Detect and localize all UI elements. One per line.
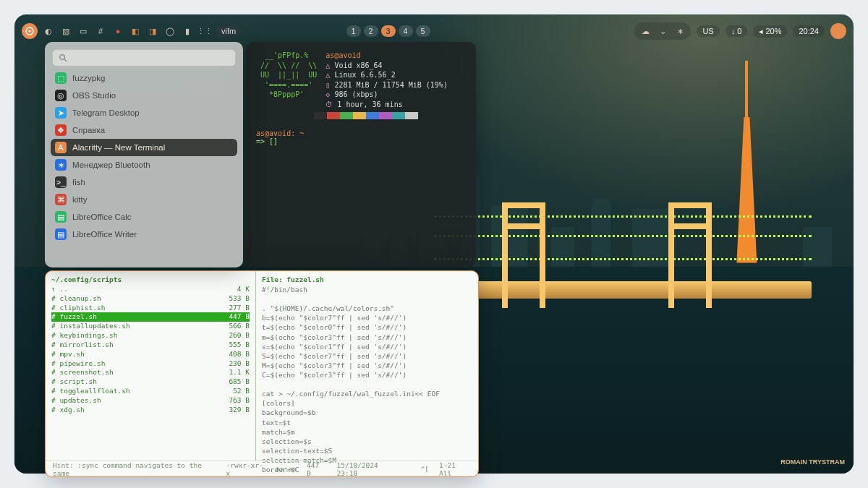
status-size: 447 B <box>307 461 327 477</box>
file-row[interactable]: # keybindings.sh260 B <box>51 331 250 341</box>
launcher-item[interactable]: ❖Справка <box>51 121 237 139</box>
rainbow-bridge-art <box>434 189 812 354</box>
image-icon[interactable]: ▧ <box>59 25 72 38</box>
status-hint: Hint: :sync command navigates to the sam… <box>53 461 216 477</box>
clock[interactable]: 20:24 <box>793 25 825 37</box>
launcher-item[interactable]: >_fish <box>51 174 237 191</box>
svg-point-1 <box>28 30 30 32</box>
launcher-item-label: kitty <box>72 195 87 204</box>
hash-icon[interactable]: # <box>94 25 107 38</box>
workspace-switcher: 12345 <box>346 25 430 37</box>
file-row[interactable]: ↑ ..4 K <box>51 285 250 294</box>
workspace-5[interactable]: 5 <box>416 25 430 37</box>
prompt-symbol: => [] <box>256 137 278 145</box>
cloud-icon[interactable]: ☁ <box>639 25 652 38</box>
tray-icons: ☁ ⌄ ∗ <box>634 22 691 40</box>
app-icon: ∗ <box>55 159 67 171</box>
prompt-userhost: as@avoid: ~ <box>256 129 304 137</box>
power-icon[interactable] <box>830 23 846 39</box>
browser-icon[interactable]: ◯ <box>163 25 176 38</box>
search-icon <box>59 53 67 62</box>
file-row[interactable]: # installupdates.sh566 B <box>51 322 250 331</box>
launcher-item[interactable]: ◎OBS Studio <box>51 87 237 104</box>
app-icon: ❖ <box>55 124 67 136</box>
launcher-item[interactable]: ⌘kitty <box>51 191 237 208</box>
file-manager-window[interactable]: ~/.config/scripts ↑ ..4 K# cleanup.sh533… <box>45 270 479 477</box>
file-row[interactable]: # toggleallfloat.sh52 B <box>51 387 250 396</box>
file-row[interactable]: # updates.sh763 B <box>51 396 250 406</box>
app-launcher-popup: ⬚fuzzypkg◎OBS Studio➤Telegram Desktop❖Сп… <box>45 42 243 267</box>
launcher-item-label: fuzzypkg <box>72 74 105 82</box>
top-bar: ◐ ▧ ▭ # ● ◧ ◨ ◯ ▮ ⋮⋮ vifm 12345 ☁ ⌄ ∗ US… <box>22 20 846 42</box>
wallpaper-artist-credit: ROMAIN TRYSTRAM <box>780 459 845 466</box>
app-icon: >_ <box>55 176 67 188</box>
launcher-item-label: Менеджер Bluetooth <box>72 160 150 169</box>
launcher-item-label: fish <box>72 178 85 187</box>
app-icon: ⬚ <box>55 72 67 84</box>
active-app-label: vifm <box>216 25 242 37</box>
app-icon: ⌘ <box>55 194 67 205</box>
status-caret: ^[ <box>421 465 429 473</box>
volume-level[interactable]: ◂ 20% <box>753 25 787 38</box>
mic-level[interactable]: ↓ 0 <box>726 25 748 37</box>
launcher-item-label: LibreOffice Writer <box>72 230 137 239</box>
status-owner: as:as <box>276 465 297 473</box>
file-row[interactable]: # pipewire.sh230 B <box>51 359 250 369</box>
file-row[interactable]: # mirrorlist.sh555 B <box>51 341 250 350</box>
window-icon[interactable]: ▭ <box>77 25 90 38</box>
file-row[interactable]: # screenshot.sh1.1 K <box>51 368 250 377</box>
app-icon: ▤ <box>55 228 67 240</box>
file-row[interactable]: # script.sh685 B <box>51 377 250 387</box>
app-icon: A <box>55 142 67 153</box>
workspace-4[interactable]: 4 <box>399 25 413 37</box>
launcher-item-label: Telegram Desktop <box>72 108 140 117</box>
file-row[interactable]: # mpv.sh408 B <box>51 350 250 359</box>
launcher-item-label: Alacritty — New Terminal <box>72 143 165 152</box>
note-icon[interactable]: ◨ <box>146 25 159 38</box>
preview-title: File: fuzzel.sh <box>262 275 472 283</box>
color-palette <box>314 112 466 119</box>
status-date: 15/10/2024 23:18 <box>337 461 401 477</box>
cwd-label: ~/.config/scripts <box>51 275 250 283</box>
launcher-item[interactable]: ▤LibreOffice Calc <box>51 208 237 226</box>
folder-icon[interactable]: ▮ <box>181 25 194 38</box>
record-icon[interactable]: ● <box>111 25 124 38</box>
wifi-icon[interactable]: ⌄ <box>656 25 669 38</box>
file-row[interactable]: # cliphist.sh277 B <box>51 304 250 313</box>
launcher-item-label: LibreOffice Calc <box>72 213 132 221</box>
svg-line-3 <box>64 59 67 61</box>
file-row[interactable]: # cleanup.sh533 B <box>51 294 250 304</box>
launcher-icon[interactable] <box>22 23 38 39</box>
terminal-window[interactable]: __'pFPfp.% as@avoid // \\ // \\ △ Void x… <box>246 42 476 267</box>
launcher-item[interactable]: ▤LibreOffice Writer <box>51 226 237 243</box>
app-icon: ◎ <box>55 90 67 101</box>
file-preview: #!/bin/bash . "${HOME}/.cache/wal/colors… <box>262 285 472 477</box>
keyboard-layout[interactable]: US <box>697 25 719 37</box>
workspace-2[interactable]: 2 <box>364 25 378 37</box>
status-pos: 1-21 All <box>439 461 471 477</box>
svg-point-2 <box>60 55 65 60</box>
apps-icon[interactable]: ⋮⋮ <box>198 25 211 38</box>
workspace-3[interactable]: 3 <box>381 25 396 37</box>
launcher-item-label: Справка <box>72 126 105 134</box>
launcher-search-input[interactable] <box>52 49 236 67</box>
bluetooth-icon[interactable]: ∗ <box>673 25 686 38</box>
file-row[interactable]: # xdg.sh329 B <box>51 406 250 415</box>
app-icon: ▤ <box>55 211 67 223</box>
tag-icon[interactable]: ◧ <box>129 25 142 38</box>
file-row[interactable]: # fuzzel.sh447 B <box>51 312 250 322</box>
workspace-1[interactable]: 1 <box>346 25 361 37</box>
launcher-item[interactable]: AAlacritty — New Terminal <box>51 139 237 156</box>
launcher-item[interactable]: ➤Telegram Desktop <box>51 104 237 121</box>
status-bar: Hint: :sync command navigates to the sam… <box>46 461 478 476</box>
status-perm: -rwxr-xr-x <box>226 461 265 477</box>
app-icon: ➤ <box>55 107 67 119</box>
dashboard-icon[interactable]: ◐ <box>42 25 55 38</box>
launcher-item-label: OBS Studio <box>72 91 116 100</box>
launcher-item[interactable]: ∗Менеджер Bluetooth <box>51 156 237 174</box>
launcher-item[interactable]: ⬚fuzzypkg <box>51 69 237 87</box>
